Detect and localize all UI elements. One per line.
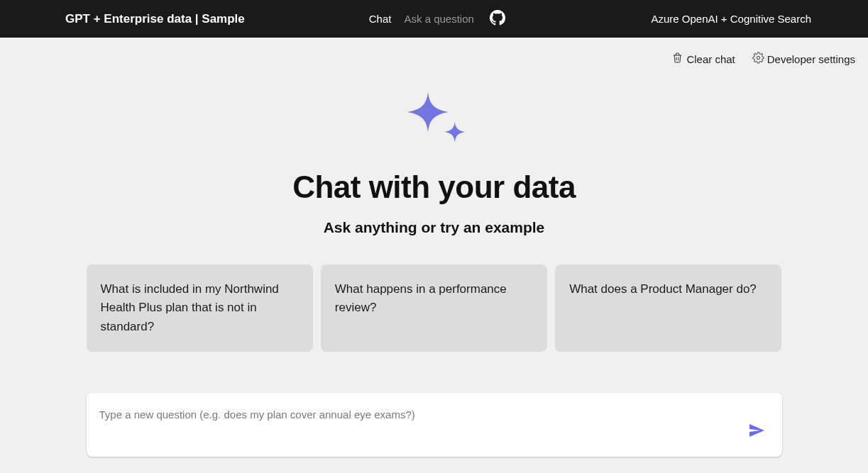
example-card-2[interactable]: What happens in a performance review?	[321, 265, 547, 352]
github-icon[interactable]	[487, 10, 505, 28]
developer-settings-label: Developer settings	[767, 53, 855, 65]
hero-title: Chat with your data	[292, 169, 576, 205]
send-button[interactable]	[744, 418, 769, 445]
developer-settings-button[interactable]: Developer settings	[752, 52, 855, 66]
sparkle-icon	[395, 83, 473, 154]
header-nav: Chat Ask a question	[369, 10, 505, 28]
example-cards: What is included in my Northwind Health …	[87, 265, 782, 352]
clear-chat-button[interactable]: Clear chat	[671, 52, 735, 66]
toolbar: Clear chat Developer settings	[0, 38, 868, 70]
example-card-1[interactable]: What is included in my Northwind Health …	[87, 265, 313, 352]
example-text: What is included in my Northwind Health …	[101, 280, 299, 336]
hero-subtitle: Ask anything or try an example	[324, 219, 545, 236]
app-title: GPT + Enterprise data | Sample	[65, 12, 245, 26]
app-header: GPT + Enterprise data | Sample Chat Ask …	[0, 0, 868, 38]
chat-input[interactable]	[99, 408, 744, 421]
nav-chat[interactable]: Chat	[369, 13, 392, 25]
example-text: What happens in a performance review?	[335, 280, 533, 318]
trash-icon	[671, 52, 683, 66]
nav-ask-question[interactable]: Ask a question	[404, 13, 473, 25]
send-icon	[748, 430, 765, 441]
main-content: Chat with your data Ask anything or try …	[0, 70, 868, 457]
clear-chat-label: Clear chat	[686, 53, 735, 65]
header-right-label: Azure OpenAI + Cognitive Search	[651, 13, 854, 25]
gear-icon	[752, 52, 764, 66]
example-card-3[interactable]: What does a Product Manager do?	[555, 265, 781, 352]
example-text: What does a Product Manager do?	[569, 280, 757, 299]
svg-point-0	[757, 56, 759, 59]
chat-input-row	[87, 393, 782, 457]
